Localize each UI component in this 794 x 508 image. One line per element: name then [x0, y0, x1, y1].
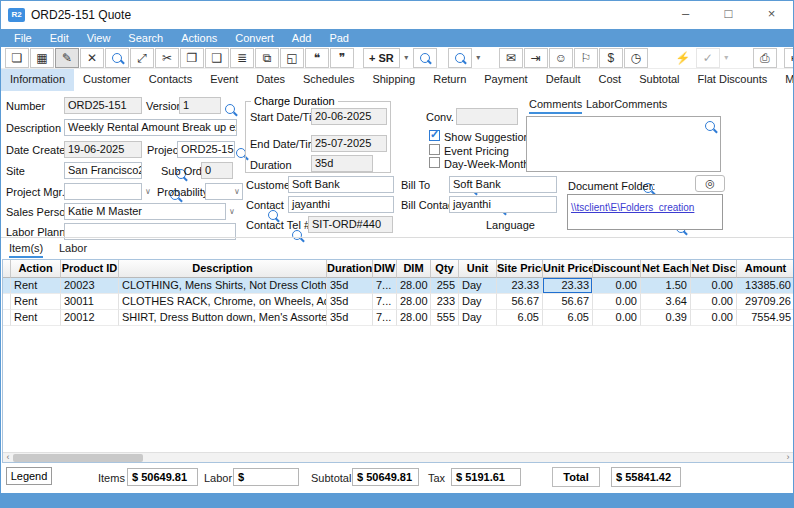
close-button[interactable]: ×	[750, 1, 793, 29]
lightning-icon[interactable]: ⚡	[671, 48, 695, 68]
smiley-icon[interactable]: ☺	[549, 48, 573, 68]
start-date-field[interactable]: 20-06-2025	[311, 108, 387, 125]
layers-icon[interactable]: ≣	[230, 48, 254, 68]
comment-zero-icon[interactable]: ❞	[330, 48, 354, 68]
contact-tel-field[interactable]: SIT-ORD#440	[308, 216, 393, 233]
bill-contact-field[interactable]: jayanthi	[449, 196, 557, 213]
tab-laborcomments[interactable]: LaborComments	[586, 98, 667, 110]
cell[interactable]: 35d	[327, 278, 373, 294]
scrollbar-thumb[interactable]	[13, 454, 143, 462]
comment-icon[interactable]: ❝	[305, 48, 329, 68]
column-header-dim[interactable]: DIM	[397, 260, 431, 278]
row-selector[interactable]	[3, 294, 11, 310]
row-selector-header[interactable]	[3, 260, 11, 278]
contact-field[interactable]: jayanthi	[288, 196, 394, 213]
tab-payment[interactable]: Payment	[475, 69, 536, 91]
menu-item-edit[interactable]: Edit	[41, 29, 78, 47]
add-sr-caret-icon[interactable]: ▾	[401, 48, 412, 68]
cell[interactable]: 0.00	[691, 310, 737, 326]
number-field[interactable]: ORD25-151	[64, 97, 142, 114]
event-pricing-checkbox[interactable]	[429, 144, 440, 155]
menu-item-search[interactable]: Search	[119, 29, 172, 47]
cell[interactable]: 0.00	[593, 278, 641, 294]
cell[interactable]: 7554.95	[737, 310, 794, 326]
package-out-icon[interactable]: ⇥	[524, 48, 548, 68]
cell[interactable]: Rent	[11, 294, 61, 310]
cell[interactable]: Rent	[11, 278, 61, 294]
tab-event[interactable]: Event	[201, 69, 247, 91]
tab-subtotal[interactable]: Subtotal	[630, 69, 688, 91]
maximize-button[interactable]: □	[707, 1, 750, 29]
menu-item-add[interactable]: Add	[283, 29, 321, 47]
package-search-icon[interactable]	[448, 48, 472, 68]
search-icon[interactable]	[292, 230, 302, 240]
tab-labor[interactable]: Labor	[59, 242, 87, 254]
column-header-action[interactable]: Action	[11, 260, 61, 278]
exit-icon[interactable]: ↦	[784, 48, 794, 68]
horizontal-scrollbar[interactable]	[3, 452, 793, 462]
project-field[interactable]: ORD25-151	[177, 141, 235, 158]
expand-icon[interactable]: ⤢	[130, 48, 154, 68]
menu-item-view[interactable]: View	[78, 29, 120, 47]
cell[interactable]: Rent	[11, 310, 61, 326]
add-sr-button[interactable]: + SR	[363, 48, 400, 68]
minimize-button[interactable]: –	[664, 1, 707, 29]
duration-field[interactable]: 35d	[311, 155, 373, 172]
column-header-qty[interactable]: Qty	[431, 260, 459, 278]
cell[interactable]: 6.05	[543, 310, 593, 326]
column-header-discount[interactable]: Discount	[593, 260, 641, 278]
billing-window-icon[interactable]: $	[599, 48, 623, 68]
cell[interactable]: CLOTHING, Mens Shirts, Not Dress Clothes	[119, 278, 327, 294]
column-header-net-disc[interactable]: Net Disc	[691, 260, 737, 278]
cell[interactable]: 0.00	[691, 278, 737, 294]
legend-button[interactable]: Legend	[6, 467, 52, 485]
show-suggestions-checkbox[interactable]	[429, 130, 440, 141]
column-header-diw[interactable]: DIW	[373, 260, 397, 278]
cell[interactable]: 30011	[61, 294, 119, 310]
cell[interactable]: 56.67	[497, 294, 543, 310]
print-icon[interactable]: ⎙	[753, 48, 777, 68]
conv-date-field[interactable]	[456, 108, 518, 125]
tab-items[interactable]: Item(s)	[9, 242, 43, 258]
cell[interactable]: 7...	[373, 278, 397, 294]
new-document-icon[interactable]: ❏	[5, 48, 29, 68]
envelope-icon[interactable]: ✉	[499, 48, 523, 68]
menu-item-convert[interactable]: Convert	[226, 29, 283, 47]
cell[interactable]: 555	[431, 310, 459, 326]
duplicate-zero-icon[interactable]: ⧉	[255, 48, 279, 68]
cell[interactable]: 6.05	[497, 310, 543, 326]
tab-flat-discounts[interactable]: Flat Discounts	[689, 69, 777, 91]
cell[interactable]: Day	[459, 294, 497, 310]
cell[interactable]: 0.39	[641, 310, 691, 326]
calendar-caret-icon[interactable]: ▾	[721, 48, 732, 68]
edit-pencil-icon[interactable]: ✎	[55, 48, 79, 68]
cell[interactable]: 0.00	[593, 294, 641, 310]
customer-field[interactable]: Soft Bank	[288, 176, 394, 193]
cell[interactable]: 0.00	[691, 294, 737, 310]
row-selector[interactable]	[3, 310, 11, 326]
search-icon[interactable]	[705, 121, 715, 131]
cell[interactable]: 3.64	[641, 294, 691, 310]
column-header-site-price[interactable]: Site Price	[497, 260, 543, 278]
tab-schedules[interactable]: Schedules	[294, 69, 363, 91]
scroll-right-icon[interactable]	[783, 453, 793, 462]
cut-icon[interactable]: ✂	[155, 48, 179, 68]
column-header-description[interactable]: Description	[119, 260, 327, 278]
sales-person-field[interactable]: Katie M Master	[64, 203, 226, 220]
chevron-down-icon[interactable]	[234, 188, 240, 196]
column-header-net-each[interactable]: Net Each	[641, 260, 691, 278]
table-row[interactable]: Rent30011CLOTHES RACK, Chrome, on Wheels…	[3, 294, 794, 310]
menu-item-actions[interactable]: Actions	[172, 29, 226, 47]
cell[interactable]: 13385.60	[737, 278, 794, 294]
search-icon[interactable]	[225, 104, 235, 114]
save-icon[interactable]: ▦	[30, 48, 54, 68]
flag-icon[interactable]: ⚐	[574, 48, 598, 68]
comments-textarea[interactable]	[526, 116, 721, 172]
end-date-field[interactable]: 25-07-2025	[311, 135, 387, 152]
tab-return[interactable]: Return	[424, 69, 475, 91]
cell[interactable]: 28.00	[397, 278, 431, 294]
table-row[interactable]: Rent20012SHIRT, Dress Button down, Men's…	[3, 310, 794, 326]
calendar-check-icon[interactable]: ✓	[696, 48, 720, 68]
cell[interactable]: Day	[459, 278, 497, 294]
paste-icon[interactable]: ❑	[205, 48, 229, 68]
